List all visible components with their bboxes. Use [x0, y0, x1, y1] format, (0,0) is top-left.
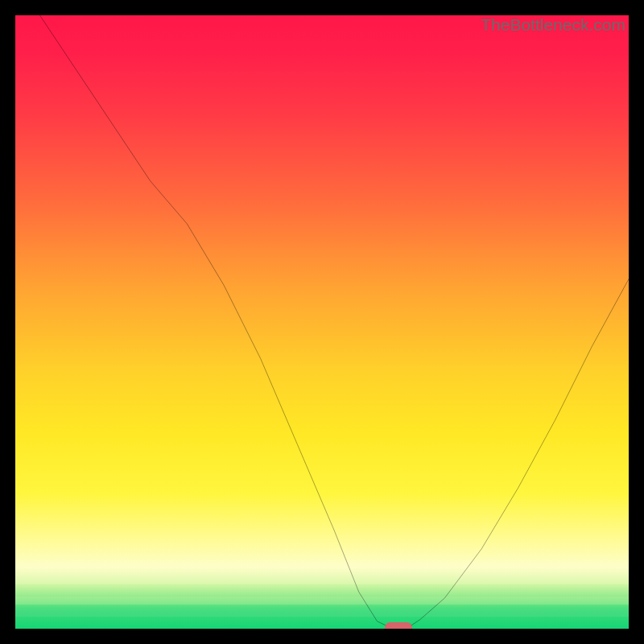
curve-minimum-marker	[385, 622, 412, 629]
watermark-label: TheBottleneck.com	[481, 15, 625, 35]
plot-area: TheBottleneck.com	[15, 15, 629, 629]
chart-frame: TheBottleneck.com	[0, 0, 644, 644]
bottleneck-curve	[15, 15, 629, 629]
